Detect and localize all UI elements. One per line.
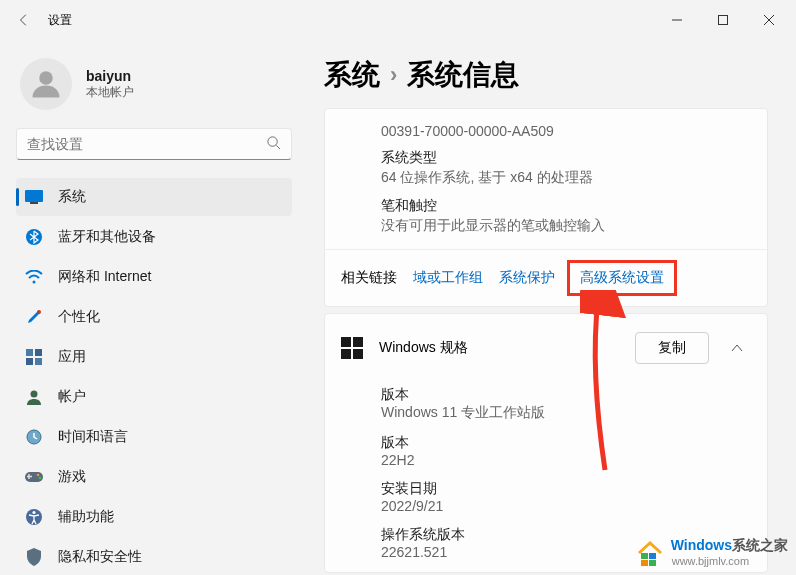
link-advanced-system-settings[interactable]: 高级系统设置 [567, 260, 677, 296]
user-icon [24, 387, 44, 407]
nav-label: 系统 [58, 188, 86, 206]
nav-label: 隐私和安全性 [58, 548, 142, 566]
nav-item-accounts[interactable]: 帐户 [16, 378, 292, 416]
svg-point-4 [39, 71, 53, 85]
brush-icon [24, 307, 44, 327]
watermark-logo-icon [633, 537, 667, 567]
pen-touch-label: 笔和触控 [381, 197, 751, 215]
edition-value: Windows 11 专业工作站版 [381, 404, 751, 422]
back-button[interactable] [4, 0, 44, 40]
time-icon [24, 427, 44, 447]
nav-item-bluetooth[interactable]: 蓝牙和其他设备 [16, 218, 292, 256]
specs-title: Windows 规格 [379, 339, 635, 357]
svg-rect-14 [26, 358, 33, 365]
nav-label: 网络和 Internet [58, 268, 151, 286]
close-button[interactable] [746, 0, 792, 40]
user-name: baiyun [86, 68, 134, 84]
svg-rect-7 [25, 190, 43, 202]
svg-point-5 [268, 136, 277, 145]
breadcrumb-parent[interactable]: 系统 [324, 56, 380, 94]
search-input[interactable] [27, 136, 266, 152]
links-label: 相关链接 [341, 269, 397, 287]
shield-icon [24, 547, 44, 567]
nav-label: 个性化 [58, 308, 100, 326]
watermark-brand1: Windows [671, 537, 732, 553]
link-domain-workgroup[interactable]: 域或工作组 [413, 269, 483, 287]
user-section[interactable]: baiyun 本地帐户 [16, 50, 292, 128]
search-icon [266, 135, 281, 154]
watermark-url: www.bjjmlv.com [672, 555, 788, 567]
watermark: Windows系统之家 www.bjjmlv.com [633, 537, 788, 567]
link-system-protection[interactable]: 系统保护 [499, 269, 555, 287]
copy-button[interactable]: 复制 [635, 332, 709, 364]
nav-item-gaming[interactable]: 游戏 [16, 458, 292, 496]
nav-label: 游戏 [58, 468, 86, 486]
svg-rect-8 [30, 202, 38, 204]
nav-item-privacy[interactable]: 隐私和安全性 [16, 538, 292, 575]
windows-specs-card: Windows 规格 复制 版本 Windows 11 专业工作站版 版本 22… [324, 313, 768, 573]
nav-label: 辅助功能 [58, 508, 114, 526]
sidebar: baiyun 本地帐户 系统 蓝牙和其他设备 网络和 Internet [0, 40, 300, 575]
install-date-label: 安装日期 [381, 480, 751, 498]
nav-label: 时间和语言 [58, 428, 128, 446]
svg-point-20 [37, 474, 40, 477]
content-area: 系统 › 系统信息 00391-70000-00000-AA509 系统类型 6… [300, 40, 796, 575]
nav-item-personalization[interactable]: 个性化 [16, 298, 292, 336]
edition-label: 版本 [381, 386, 751, 404]
window-title: 设置 [48, 12, 72, 29]
nav-item-apps[interactable]: 应用 [16, 338, 292, 376]
svg-rect-27 [649, 560, 656, 566]
nav-label: 帐户 [58, 388, 86, 406]
nav-label: 蓝牙和其他设备 [58, 228, 156, 246]
chevron-right-icon: › [390, 62, 397, 88]
svg-line-6 [276, 145, 280, 149]
nav-list: 系统 蓝牙和其他设备 网络和 Internet 个性化 应用 帐户 [16, 178, 292, 575]
svg-rect-1 [719, 16, 728, 25]
specs-header[interactable]: Windows 规格 复制 [325, 314, 767, 382]
svg-rect-15 [35, 358, 42, 365]
install-date-value: 2022/9/21 [381, 498, 751, 514]
svg-rect-13 [35, 349, 42, 356]
maximize-button[interactable] [700, 0, 746, 40]
chevron-up-icon[interactable] [723, 344, 751, 352]
breadcrumb: 系统 › 系统信息 [324, 56, 768, 94]
system-icon [24, 187, 44, 207]
svg-point-23 [32, 511, 35, 514]
svg-point-11 [37, 310, 41, 314]
svg-rect-26 [641, 560, 648, 566]
nav-item-network[interactable]: 网络和 Internet [16, 258, 292, 296]
svg-point-10 [33, 281, 36, 284]
avatar [20, 58, 72, 110]
svg-point-21 [39, 477, 42, 480]
svg-rect-25 [649, 553, 656, 559]
version-label: 版本 [381, 434, 751, 452]
related-links-row: 相关链接 域或工作组 系统保护 高级系统设置 [325, 249, 767, 306]
nav-label: 应用 [58, 348, 86, 366]
watermark-brand2: 系统之家 [732, 537, 788, 553]
product-id-value: 00391-70000-00000-AA509 [381, 123, 751, 139]
svg-rect-24 [641, 553, 648, 559]
minimize-button[interactable] [654, 0, 700, 40]
system-type-label: 系统类型 [381, 149, 751, 167]
user-type: 本地帐户 [86, 84, 134, 101]
search-box[interactable] [16, 128, 292, 160]
bluetooth-icon [24, 227, 44, 247]
wifi-icon [24, 267, 44, 287]
system-type-value: 64 位操作系统, 基于 x64 的处理器 [381, 169, 751, 187]
nav-item-system[interactable]: 系统 [16, 178, 292, 216]
game-icon [24, 467, 44, 487]
nav-item-accessibility[interactable]: 辅助功能 [16, 498, 292, 536]
windows-logo-icon [341, 337, 363, 359]
accessibility-icon [24, 507, 44, 527]
pen-touch-value: 没有可用于此显示器的笔或触控输入 [381, 217, 751, 235]
svg-rect-12 [26, 349, 33, 356]
window-controls [654, 0, 792, 40]
apps-icon [24, 347, 44, 367]
svg-point-16 [31, 391, 38, 398]
nav-item-time-language[interactable]: 时间和语言 [16, 418, 292, 456]
breadcrumb-current: 系统信息 [407, 56, 519, 94]
version-value: 22H2 [381, 452, 751, 468]
titlebar: 设置 [0, 0, 796, 40]
device-info-card: 00391-70000-00000-AA509 系统类型 64 位操作系统, 基… [324, 108, 768, 307]
